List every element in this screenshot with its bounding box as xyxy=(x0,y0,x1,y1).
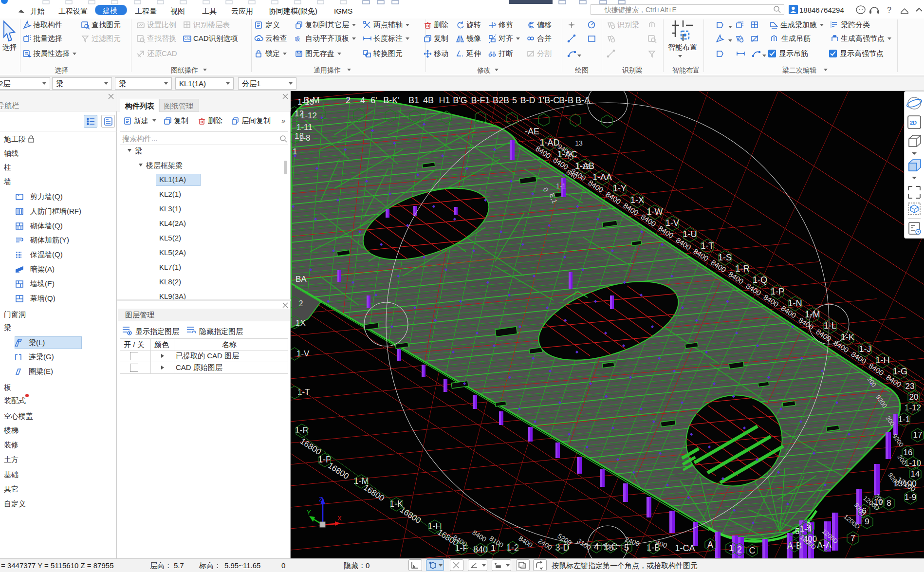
svg-text:1-K: 1-K xyxy=(841,332,854,342)
svg-text:B'G: B'G xyxy=(453,95,467,105)
svg-text:1-1: 1-1 xyxy=(556,182,566,190)
svg-text:B-F1: B-F1 xyxy=(471,95,490,105)
svg-text:1-CA: 1-CA xyxy=(675,543,695,553)
svg-text:1-13: 1-13 xyxy=(297,97,314,107)
svg-text:6': 6' xyxy=(370,95,377,105)
svg-text:14: 14 xyxy=(911,469,920,479)
svg-text:1-H: 1-H xyxy=(875,355,889,365)
svg-text:1-AD: 1-AD xyxy=(539,138,559,148)
svg-text:2: 2 xyxy=(737,545,742,554)
svg-text:1'B-C: 1'B-C xyxy=(538,95,559,105)
svg-text:23: 23 xyxy=(906,382,915,391)
svg-text:4: 4 xyxy=(594,542,599,552)
svg-text:1-J: 1-J xyxy=(859,344,871,354)
svg-text:16: 16 xyxy=(904,448,913,457)
svg-text:BA: BA xyxy=(296,275,307,284)
svg-text:1-Q: 1-Q xyxy=(753,275,767,285)
svg-text:7: 7 xyxy=(850,534,855,543)
svg-text:1-12: 1-12 xyxy=(300,111,317,120)
svg-text:?: ? xyxy=(887,6,891,14)
svg-text:1-G: 1-G xyxy=(893,367,907,376)
svg-text:4B: 4B xyxy=(423,95,434,105)
svg-text:CAD: CAD xyxy=(185,37,191,40)
svg-text:1-12: 1-12 xyxy=(576,163,590,170)
svg-text:B-K': B-K' xyxy=(383,95,399,105)
svg-text:1-R: 1-R xyxy=(735,264,749,274)
svg-text:1-N: 1-N xyxy=(788,298,802,308)
svg-text:2: 2 xyxy=(346,95,351,105)
svg-text:1-M: 1-M xyxy=(805,310,820,319)
svg-text:1-9: 1-9 xyxy=(905,493,917,502)
svg-text:5: 5 xyxy=(512,95,517,105)
svg-text:1-4: 1-4 xyxy=(800,524,812,534)
svg-text:13: 13 xyxy=(575,139,583,147)
svg-text:Z: Z xyxy=(319,496,323,503)
svg-text:9: 9 xyxy=(865,517,869,526)
svg-text:C: C xyxy=(749,546,756,555)
svg-text:1: 1 xyxy=(729,543,734,553)
svg-text:20: 20 xyxy=(909,392,919,402)
svg-text:8: 8 xyxy=(887,498,891,508)
svg-text:1-Y: 1-Y xyxy=(613,184,627,193)
svg-text:1-V: 1-V xyxy=(665,218,679,228)
svg-text:1-L: 1-L xyxy=(824,321,836,331)
svg-text:H1: H1 xyxy=(439,95,450,105)
svg-text:5: 5 xyxy=(624,543,629,553)
svg-text:4: 4 xyxy=(360,95,365,105)
svg-text:1-P: 1-P xyxy=(771,287,784,296)
svg-text:2D: 2D xyxy=(910,120,917,126)
svg-text:X: X xyxy=(337,515,342,522)
svg-text:17: 17 xyxy=(913,430,923,440)
svg-text:B2B: B2B xyxy=(493,95,509,105)
svg-text:1-1: 1-1 xyxy=(898,415,910,424)
svg-text:1: 1 xyxy=(293,147,297,156)
svg-text:B-B: B-B xyxy=(559,95,573,105)
svg-text:吸: 吸 xyxy=(295,36,300,42)
svg-text:1-W: 1-W xyxy=(647,207,663,217)
svg-text:1-8: 1-8 xyxy=(298,133,311,143)
svg-text:-5: -5 xyxy=(792,527,799,536)
svg-text:Y: Y xyxy=(307,509,311,516)
svg-text:1-S: 1-S xyxy=(718,253,732,262)
svg-text:A: A xyxy=(707,540,713,550)
svg-text:1-11: 1-11 xyxy=(296,123,313,132)
svg-text:B-D: B-D xyxy=(520,95,536,105)
svg-text:B1: B1 xyxy=(408,95,419,105)
svg-text:1X: 1X xyxy=(296,318,306,328)
svg-text:B-A: B-A xyxy=(575,95,590,105)
svg-text:1-X: 1-X xyxy=(630,195,644,205)
svg-text:1-U: 1-U xyxy=(683,229,697,239)
svg-text:1-T: 1-T xyxy=(701,241,714,251)
svg-text:-AE: -AE xyxy=(525,127,539,136)
svg-text:⬡: ⬡ xyxy=(568,153,573,161)
